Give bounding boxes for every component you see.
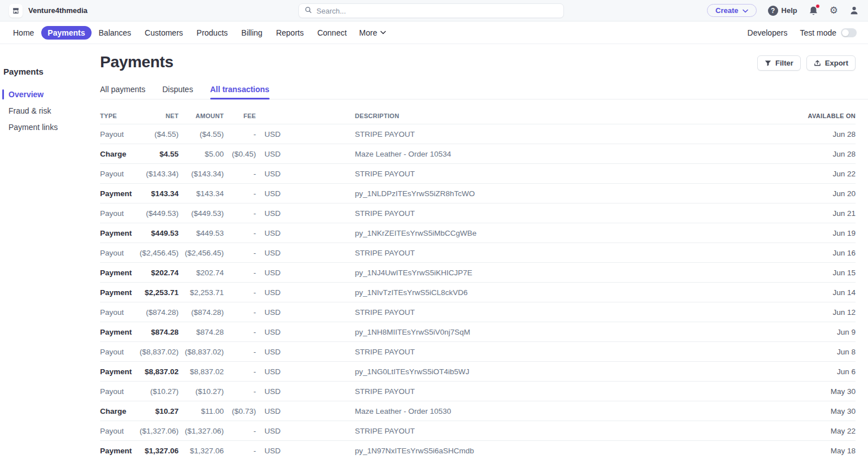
- table-row[interactable]: Payout ($10.27) ($10.27) - USD STRIPE PA…: [100, 382, 856, 401]
- table-row[interactable]: Charge $10.27 $11.00 ($0.73) USD Maze Le…: [100, 401, 856, 421]
- nav-item-customers[interactable]: Customers: [138, 26, 189, 40]
- cell-currency: USD: [256, 387, 355, 396]
- cell-description: py_1NIvTzITEsYrwS5iCL8ckVD6: [355, 288, 793, 297]
- col-header-amount: AMOUNT: [179, 112, 224, 119]
- main-nav: HomePaymentsBalancesCustomersProductsBil…: [0, 21, 868, 44]
- cell-description: py_1NKrZEITEsYrwS5iMbCCgWBe: [355, 229, 793, 237]
- profile-button[interactable]: [849, 6, 859, 15]
- table-header-row: TYPE NET AMOUNT FEE DESCRIPTION AVAILABL…: [100, 107, 856, 124]
- cell-fee: -: [224, 229, 256, 237]
- sidebar-title: Payments: [2, 67, 100, 76]
- table-row[interactable]: Payout ($874.28) ($874.28) - USD STRIPE …: [100, 302, 856, 322]
- cell-type: Payment: [100, 367, 135, 376]
- cell-amount: $1,327.06: [179, 447, 224, 455]
- cell-currency: USD: [256, 249, 355, 257]
- cell-available-on: May 22: [793, 427, 856, 435]
- table-row[interactable]: Payout ($1,327.06) ($1,327.06) - USD STR…: [100, 421, 856, 441]
- cell-amount: $202.74: [179, 269, 224, 277]
- nav-item-home[interactable]: Home: [7, 26, 40, 40]
- cell-net: $4.55: [135, 150, 179, 158]
- account-name: Venture4thmedia: [28, 6, 88, 15]
- cell-net: ($449.53): [135, 209, 179, 218]
- filter-button[interactable]: Filter: [757, 55, 801, 71]
- table-row[interactable]: Charge $4.55 $5.00 ($0.45) USD Maze Leat…: [100, 144, 856, 164]
- cell-currency: USD: [256, 308, 355, 317]
- cell-fee: -: [224, 189, 256, 198]
- cell-available-on: Jun 20: [793, 189, 856, 198]
- table-row[interactable]: Payment $1,327.06 $1,327.06 - USD py_1N9…: [100, 441, 856, 459]
- cell-available-on: Jun 15: [793, 269, 856, 277]
- cell-currency: USD: [256, 367, 355, 376]
- search-input[interactable]: [316, 7, 558, 15]
- cell-available-on: Jun 6: [793, 367, 856, 376]
- filter-label: Filter: [775, 59, 793, 67]
- cell-amount: ($143.34): [179, 170, 224, 178]
- account-switcher[interactable]: Venture4thmedia: [9, 4, 88, 18]
- cell-type: Payment: [100, 288, 135, 297]
- tab-all-payments[interactable]: All payments: [100, 85, 145, 99]
- cell-currency: USD: [256, 447, 355, 455]
- export-icon: [814, 59, 821, 67]
- cell-net: $10.27: [135, 407, 179, 415]
- transactions-table: TYPE NET AMOUNT FEE DESCRIPTION AVAILABL…: [100, 107, 868, 459]
- table-row[interactable]: Payment $874.28 $874.28 - USD py_1NH8MII…: [100, 322, 856, 342]
- cell-type: Payment: [100, 447, 135, 455]
- cell-available-on: Jun 28: [793, 130, 856, 138]
- cell-description: py_1NG0LtITEsYrwS5iOT4ib5WJ: [355, 367, 793, 376]
- sidebar-item-overview[interactable]: Overview: [2, 89, 100, 100]
- table-row[interactable]: Payout ($8,837.02) ($8,837.02) - USD STR…: [100, 342, 856, 362]
- table-row[interactable]: Payout ($2,456.45) ($2,456.45) - USD STR…: [100, 243, 856, 263]
- help-button[interactable]: ? Help: [768, 6, 797, 16]
- cell-type: Payout: [100, 130, 135, 138]
- nav-item-products[interactable]: Products: [190, 26, 234, 40]
- sidebar-item-fraud-risk[interactable]: Fraud & risk: [2, 105, 100, 116]
- cell-type: Payout: [100, 348, 135, 356]
- create-button[interactable]: Create: [707, 4, 756, 17]
- table-row[interactable]: Payout ($4.55) ($4.55) - USD STRIPE PAYO…: [100, 124, 856, 144]
- cell-net: ($2,456.45): [135, 249, 179, 257]
- table-row[interactable]: Payment $202.74 $202.74 - USD py_1NJ4UwI…: [100, 263, 856, 283]
- table-row[interactable]: Payout ($143.34) ($143.34) - USD STRIPE …: [100, 164, 856, 184]
- cell-net: ($10.27): [135, 387, 179, 396]
- search-bar[interactable]: [298, 3, 564, 18]
- cell-fee: -: [224, 269, 256, 277]
- settings-button[interactable]: ⚙: [830, 6, 838, 15]
- table-row[interactable]: Payout ($449.53) ($449.53) - USD STRIPE …: [100, 203, 856, 223]
- cell-type: Charge: [100, 407, 135, 415]
- cell-description: STRIPE PAYOUT: [355, 387, 793, 396]
- sidebar-item-payment-links[interactable]: Payment links: [2, 122, 100, 133]
- notifications-button[interactable]: [809, 6, 818, 16]
- cell-fee: ($0.73): [224, 407, 256, 415]
- cell-currency: USD: [256, 407, 355, 415]
- nav-item-more[interactable]: More: [353, 26, 392, 40]
- cell-available-on: Jun 28: [793, 150, 856, 158]
- cell-net: $449.53: [135, 229, 179, 237]
- tab-disputes[interactable]: Disputes: [162, 85, 193, 99]
- cell-net: $143.34: [135, 189, 179, 198]
- cell-net: $874.28: [135, 328, 179, 336]
- table-row[interactable]: Payment $449.53 $449.53 - USD py_1NKrZEI…: [100, 223, 856, 243]
- nav-item-reports[interactable]: Reports: [270, 26, 310, 40]
- table-row[interactable]: Payment $2,253.71 $2,253.71 - USD py_1NI…: [100, 283, 856, 302]
- cell-amount: ($2,456.45): [179, 249, 224, 257]
- tab-all-transactions[interactable]: All transactions: [210, 85, 270, 99]
- developers-link[interactable]: Developers: [748, 28, 788, 37]
- nav-item-payments[interactable]: Payments: [41, 26, 91, 40]
- test-mode-toggle[interactable]: [841, 28, 857, 37]
- cell-currency: USD: [256, 189, 355, 198]
- export-button[interactable]: Export: [806, 55, 856, 71]
- cell-currency: USD: [256, 150, 355, 158]
- cell-type: Payout: [100, 387, 135, 396]
- cell-fee: -: [224, 130, 256, 138]
- cell-description: py_1N97NxITEsYrwS5i6aSHCmdb: [355, 447, 793, 455]
- nav-item-connect[interactable]: Connect: [311, 26, 353, 40]
- cell-fee: -: [224, 288, 256, 297]
- cell-type: Payout: [100, 308, 135, 317]
- cell-available-on: May 30: [793, 387, 856, 396]
- table-row[interactable]: Payment $8,837.02 $8,837.02 - USD py_1NG…: [100, 362, 856, 382]
- cell-currency: USD: [256, 348, 355, 356]
- table-row[interactable]: Payment $143.34 $143.34 - USD py_1NLDPzI…: [100, 184, 856, 203]
- person-icon: [849, 6, 859, 15]
- nav-item-billing[interactable]: Billing: [235, 26, 268, 40]
- nav-item-balances[interactable]: Balances: [93, 26, 138, 40]
